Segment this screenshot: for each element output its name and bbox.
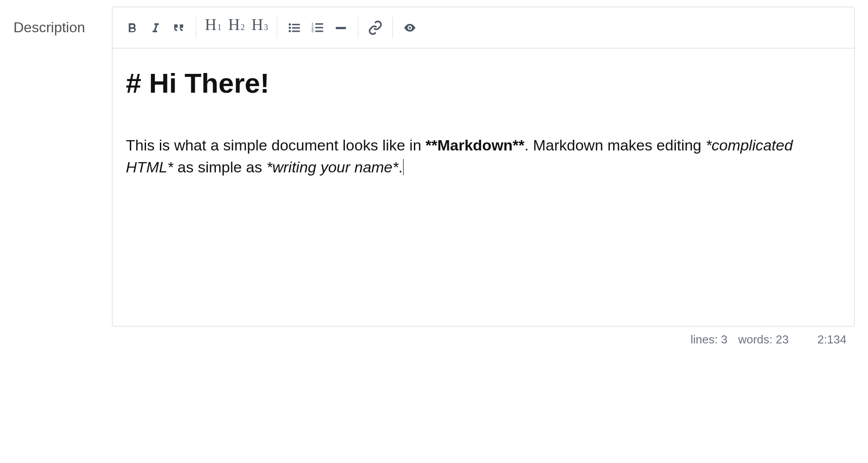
unordered-list-button[interactable] bbox=[283, 15, 306, 40]
markdown-paragraph: This is what a simple document looks lik… bbox=[126, 134, 841, 179]
editor-content[interactable]: # Hi There! This is what a simple docume… bbox=[112, 48, 854, 326]
lines-value: 3 bbox=[721, 333, 727, 346]
editor-wrapper: H1 H2 H3 1 bbox=[112, 7, 855, 347]
svg-point-4 bbox=[289, 30, 291, 32]
h3-sub: 3 bbox=[264, 23, 268, 32]
h1-sub: 1 bbox=[218, 23, 222, 32]
svg-point-2 bbox=[289, 26, 291, 29]
svg-rect-1 bbox=[292, 24, 300, 25]
svg-text:3: 3 bbox=[311, 29, 314, 33]
toolbar-separator bbox=[358, 17, 358, 39]
h1-label: H bbox=[205, 15, 217, 34]
heading-2-button[interactable]: H2 bbox=[225, 15, 248, 40]
editor-toolbar: H1 H2 H3 1 bbox=[112, 7, 854, 48]
svg-rect-9 bbox=[315, 23, 323, 25]
h2-label: H bbox=[228, 15, 240, 34]
link-button[interactable] bbox=[364, 15, 387, 40]
markdown-heading-line: # Hi There! bbox=[126, 64, 841, 103]
text-cursor bbox=[403, 159, 404, 175]
quote-icon bbox=[171, 21, 187, 34]
link-icon bbox=[368, 20, 383, 35]
svg-rect-5 bbox=[292, 30, 300, 32]
description-field-container: Description bbox=[13, 7, 855, 347]
ordered-list-icon: 1 2 3 bbox=[309, 21, 326, 34]
bold-icon bbox=[125, 21, 139, 35]
horizontal-rule-button[interactable] bbox=[329, 15, 352, 40]
text-segment: . Markdown makes editing bbox=[524, 137, 705, 154]
lines-label: lines: bbox=[691, 333, 718, 346]
heading-1-button[interactable]: H1 bbox=[202, 15, 225, 40]
h2-sub: 2 bbox=[241, 23, 245, 32]
toolbar-separator bbox=[277, 17, 277, 39]
horizontal-rule-icon bbox=[334, 21, 348, 34]
field-label: Description bbox=[13, 7, 85, 36]
svg-rect-11 bbox=[315, 30, 323, 32]
cursor-position: 2:134 bbox=[817, 333, 847, 347]
svg-point-0 bbox=[289, 23, 291, 26]
editor-statusbar: lines: 3 words: 23 2:134 bbox=[112, 326, 855, 347]
preview-button[interactable] bbox=[398, 15, 421, 40]
italic-button[interactable] bbox=[144, 15, 167, 40]
heading-3-button[interactable]: H3 bbox=[248, 15, 271, 40]
text-segment: as simple as bbox=[173, 159, 266, 176]
svg-rect-10 bbox=[315, 27, 323, 28]
svg-rect-3 bbox=[292, 27, 300, 28]
text-segment: This is what a simple document looks lik… bbox=[126, 137, 425, 154]
bold-button[interactable] bbox=[120, 15, 144, 40]
preview-icon bbox=[401, 21, 418, 34]
words-value: 23 bbox=[776, 333, 789, 346]
unordered-list-icon bbox=[286, 21, 302, 34]
quote-button[interactable] bbox=[167, 15, 190, 40]
toolbar-separator bbox=[392, 17, 393, 39]
words-counter: words: 23 bbox=[738, 333, 789, 347]
italic-icon bbox=[149, 21, 162, 35]
lines-counter: lines: 3 bbox=[691, 333, 727, 347]
words-label: words: bbox=[738, 333, 773, 346]
h3-label: H bbox=[252, 15, 263, 34]
text-segment: . bbox=[399, 159, 403, 176]
bold-segment: **Markdown** bbox=[425, 137, 524, 154]
svg-rect-12 bbox=[336, 27, 346, 29]
italic-segment: *writing your name* bbox=[266, 159, 399, 176]
ordered-list-button[interactable]: 1 2 3 bbox=[306, 15, 329, 40]
toolbar-separator bbox=[196, 17, 196, 39]
markdown-editor: H1 H2 H3 1 bbox=[112, 7, 855, 326]
